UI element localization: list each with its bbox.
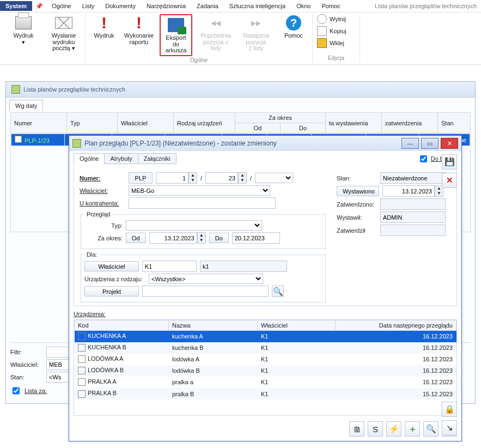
do-bufora-checkbox[interactable] xyxy=(420,155,427,162)
num-suffix-select[interactable] xyxy=(255,173,293,183)
filter-label: Filtr: xyxy=(10,349,43,355)
type-select[interactable] xyxy=(126,220,262,231)
contractor-input[interactable] xyxy=(129,197,276,209)
issued-by-label: Wystawił: xyxy=(337,214,377,221)
maximize-button[interactable]: ▭ xyxy=(421,138,439,149)
review-fieldset: Przegląd Typ: Za okres: Od ▲▼ Do xyxy=(81,211,326,249)
menu-zadania[interactable]: Zadania xyxy=(191,1,224,11)
col-own[interactable]: Właściciel xyxy=(258,320,336,331)
lock-button[interactable]: 🔒 xyxy=(442,402,457,404)
menu-ai[interactable]: Sztuczna inteligencja xyxy=(224,1,291,11)
for-fieldset: Dla: Właściciel Urządzenia z rodzaju: <W… xyxy=(81,251,326,302)
menu-listy[interactable]: Listy xyxy=(77,1,100,11)
cut-button[interactable]: Wytnij xyxy=(317,14,355,24)
prev-icon: ◂◂ xyxy=(207,14,224,32)
table-row[interactable]: PRALKA Bpralka BK115.12.2023 xyxy=(75,388,456,399)
copy-button[interactable]: Kopiuj xyxy=(317,26,355,36)
paste-icon xyxy=(317,38,327,48)
do-date-input[interactable] xyxy=(232,232,280,244)
devices-grid[interactable]: Kod Nazwa Właściciel Data następnego prz… xyxy=(74,319,457,404)
save-button[interactable]: 💾 xyxy=(442,154,457,169)
menu-okno[interactable]: Okno xyxy=(291,1,316,11)
group-caption-edit: Edycja xyxy=(328,54,344,62)
device-kind-select[interactable]: <Wszystkie> xyxy=(149,274,263,284)
issued-button[interactable]: Wystawiono xyxy=(337,186,379,196)
export-button[interactable]: Eksport doarkusza xyxy=(160,14,192,56)
close-button[interactable]: ✕ xyxy=(441,138,458,149)
approved-date-label: Zatwierdzono: xyxy=(337,201,377,208)
copy-icon xyxy=(317,26,327,36)
window-icon xyxy=(72,139,81,148)
table-row[interactable]: LODÓWKA Alodówka AK116.12.2023 xyxy=(75,354,456,365)
plp-prefix xyxy=(129,172,153,184)
num1-spinner[interactable]: ▲▼ xyxy=(156,172,197,184)
menu-system[interactable]: System xyxy=(0,1,32,11)
print-button[interactable]: Wydruk▾ xyxy=(7,14,40,45)
cancel-button[interactable]: ✕ xyxy=(442,173,457,188)
col-next[interactable]: Data następnego przeglądu xyxy=(336,320,456,331)
window-icon xyxy=(11,85,20,94)
approved-by-input xyxy=(380,225,446,236)
num2-spinner[interactable]: ▲▼ xyxy=(205,172,247,184)
send-mail-button[interactable]: Wysłaniewydruku pocztą ▾ xyxy=(47,14,81,52)
help-icon: ? xyxy=(286,15,301,31)
table-row[interactable]: LODÓWKA Blodówka BK116.12.2023 xyxy=(75,365,456,377)
col-state[interactable]: Stan xyxy=(438,113,471,134)
project-search-button[interactable]: 🔍 xyxy=(272,286,284,297)
menu-pomoc[interactable]: Pomoc xyxy=(316,1,345,11)
col-nazwa[interactable]: Nazwa xyxy=(169,320,258,331)
col-typ[interactable]: Typ xyxy=(67,113,118,134)
col-issue[interactable]: ta wystawienia xyxy=(326,113,382,134)
menu-ogolne[interactable]: Ogólne xyxy=(46,1,76,11)
type-label: Typ: xyxy=(84,222,123,229)
col-do[interactable]: Do xyxy=(281,123,326,134)
app-caption: Lista planów przeglądów technicznych xyxy=(375,3,481,9)
device-kind-label: Urządzenia z rodzaju: xyxy=(84,276,145,282)
col-owner[interactable]: Właściciel xyxy=(118,113,174,134)
state-value xyxy=(380,172,446,184)
do-button[interactable]: Do xyxy=(209,233,229,243)
next-item-button: ▸▸ Następna pozycjaz listy xyxy=(239,14,273,52)
tab-atrybuty[interactable]: Atrybuty xyxy=(104,153,138,164)
dialog-title[interactable]: Plan przeglądu [PLP-1/23] (Niezatwierdzo… xyxy=(69,136,461,151)
project-input[interactable] xyxy=(142,286,269,297)
col-kind[interactable]: Rodzaj urządzeń xyxy=(174,113,235,134)
owner-btn[interactable]: Właściciel xyxy=(84,261,139,271)
print2-button[interactable]: ! Wydruk xyxy=(90,14,118,39)
od-button[interactable]: Od xyxy=(126,233,146,243)
bang-icon: ! xyxy=(136,15,142,31)
menu-pin-icon[interactable]: 📌 xyxy=(35,3,43,10)
mail-icon xyxy=(55,17,72,29)
help-button[interactable]: ? Pomoc xyxy=(279,14,308,39)
paste-button[interactable]: Wklej xyxy=(317,38,355,48)
od-date-input[interactable]: ▲▼ xyxy=(149,232,206,244)
menu-narzedziownia[interactable]: Narzędziownia xyxy=(141,1,191,11)
tab-ogolne[interactable]: Ogólne xyxy=(74,153,105,164)
col-kod[interactable]: Kod xyxy=(75,320,169,331)
menu-bar: System 📌 Ogólne Listy Dokumenty Narzędzi… xyxy=(0,0,481,13)
list-for-label: Lista za: xyxy=(25,388,47,394)
plan-dialog: Plan przeglądu [PLP-1/23] (Niezatwierdzo… xyxy=(69,135,462,404)
table-row[interactable]: KUCHENKA Bkuchenka BK116.12.2023 xyxy=(75,342,456,354)
col-approve[interactable]: zatwierdzenia xyxy=(382,113,438,134)
col-period[interactable]: Za okres xyxy=(235,113,326,123)
minimize-button[interactable]: — xyxy=(401,138,419,149)
approved-by-label: Zatwierdził xyxy=(337,227,377,234)
owner-code-input[interactable] xyxy=(142,261,197,272)
contractor-label: U kontrahenta: xyxy=(80,200,125,207)
table-row[interactable]: KUCHENKA Akuchenka AK116.12.2023 xyxy=(75,331,456,342)
report-button[interactable]: ! Wykonanieraportu xyxy=(125,14,153,45)
issued-date-input[interactable]: ▲▼ xyxy=(382,185,443,197)
col-od[interactable]: Od xyxy=(235,123,281,134)
menu-dokumenty[interactable]: Dokumenty xyxy=(100,1,141,11)
issued-by-input xyxy=(380,211,446,223)
table-row[interactable]: PRALKA Apralka aK116.12.2023 xyxy=(75,377,456,388)
list-for-checkbox[interactable] xyxy=(13,386,20,396)
owner-name-input xyxy=(200,261,287,272)
owner-label: Właściciel: xyxy=(80,187,125,194)
col-numer[interactable]: Numer xyxy=(11,113,67,134)
project-btn[interactable]: Projekt xyxy=(84,286,139,296)
tab-zalaczniki[interactable]: Załączniki xyxy=(138,153,176,164)
tab-by-date[interactable]: Wg daty xyxy=(9,100,43,111)
owner-select[interactable]: MEB-Go xyxy=(129,185,270,196)
